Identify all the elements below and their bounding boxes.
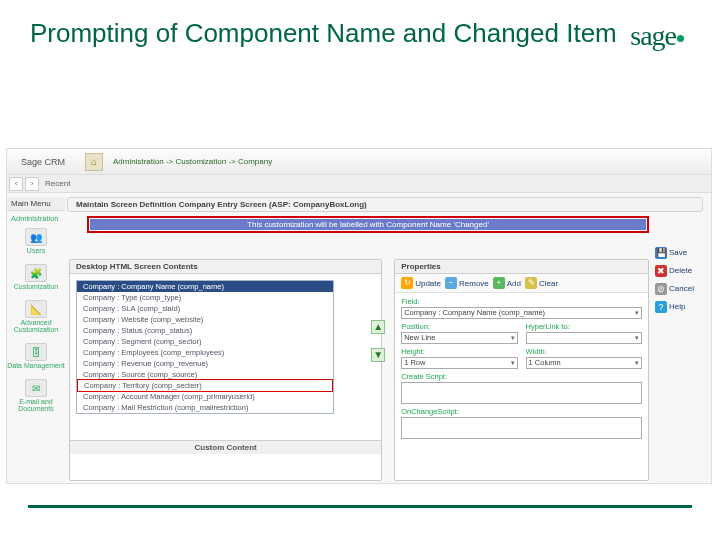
- save-label: Save: [669, 248, 687, 257]
- delete-label: Delete: [669, 266, 692, 275]
- brand-logo-dot: [677, 35, 684, 42]
- width-value: 1 Column: [529, 357, 561, 369]
- help-icon: ?: [655, 301, 667, 313]
- clear-icon: ✎: [525, 277, 537, 289]
- create-script-textarea[interactable]: [401, 382, 642, 404]
- sidebar-item[interactable]: ✉E-mail and Documents: [7, 375, 65, 418]
- update-icon: ↻: [401, 277, 413, 289]
- save-icon: 💾: [655, 247, 667, 259]
- sidebar-item-icon: ✉: [25, 379, 47, 397]
- cancel-button[interactable]: ⊘Cancel: [655, 281, 707, 299]
- sidebar-item-label: Advanced Customization: [7, 319, 65, 333]
- sidebar-item[interactable]: 🗄Data Management: [7, 339, 65, 375]
- field-label: Field:: [401, 297, 642, 306]
- notice-text: This customization will be labelled with…: [90, 219, 646, 230]
- remove-label: Remove: [459, 279, 489, 288]
- screen-contents-panel: Desktop HTML Screen Contents Company : C…: [69, 259, 382, 481]
- cancel-label: Cancel: [669, 284, 694, 293]
- back-button[interactable]: ‹: [9, 177, 23, 191]
- help-button[interactable]: ?Help: [655, 299, 707, 317]
- height-select[interactable]: 1 Row▾: [401, 357, 517, 369]
- list-item[interactable]: Company : Type (comp_type): [77, 292, 333, 303]
- update-button[interactable]: ↻Update: [401, 277, 441, 289]
- delete-button[interactable]: ✖Delete: [655, 263, 707, 281]
- sidebar-item-label: Users: [7, 247, 65, 254]
- list-item[interactable]: Company : Status (comp_status): [77, 325, 333, 336]
- save-button[interactable]: 💾Save: [655, 245, 707, 263]
- sidebar-item-icon: 🗄: [25, 343, 47, 361]
- hyperlink-select[interactable]: ▾: [526, 332, 642, 344]
- field-select[interactable]: Company : Company Name (comp_name)▾: [401, 307, 642, 319]
- properties-header: Properties: [395, 260, 648, 274]
- update-label: Update: [415, 279, 441, 288]
- content-area: Desktop HTML Screen Contents Company : C…: [69, 259, 649, 481]
- sidebar: Main Menu Administration 👥Users🧩Customiz…: [7, 197, 65, 483]
- create-script-label: Create Script:: [401, 372, 642, 381]
- breadcrumb[interactable]: Administration -> Customization -> Compa…: [113, 157, 272, 166]
- screen-contents-header: Desktop HTML Screen Contents: [70, 260, 381, 274]
- move-down-button[interactable]: ▼: [371, 348, 385, 362]
- action-rail: 💾Save ✖Delete ⊘Cancel ?Help: [655, 245, 707, 317]
- sidebar-group-administration: Administration: [7, 211, 65, 224]
- list-item[interactable]: Company : Company Name (comp_name): [77, 281, 333, 292]
- width-select[interactable]: 1 Column▾: [526, 357, 642, 369]
- field-list-wrap: Company : Company Name (comp_name)Compan…: [70, 274, 381, 420]
- onchange-script-textarea[interactable]: [401, 417, 642, 439]
- delete-icon: ✖: [655, 265, 667, 277]
- chevron-down-icon: ▾: [511, 332, 515, 344]
- position-value: New Line: [404, 332, 435, 344]
- field-list[interactable]: Company : Company Name (comp_name)Compan…: [76, 280, 334, 414]
- slide-title: Prompting of Component Name and Changed …: [0, 0, 720, 49]
- chevron-down-icon: ▾: [635, 332, 639, 344]
- list-item[interactable]: Company : SLA (comp_slaid): [77, 303, 333, 314]
- chevron-down-icon: ▾: [511, 357, 515, 369]
- list-item[interactable]: Company : Account Manager (comp_primaryu…: [77, 391, 333, 402]
- properties-panel: Properties ↻Update −Remove +Add ✎Clear F…: [394, 259, 649, 481]
- home-icon[interactable]: ⌂: [85, 153, 103, 171]
- width-label: Width:: [526, 347, 642, 356]
- list-item[interactable]: Company : Employees (comp_employees): [77, 347, 333, 358]
- chevron-down-icon: ▾: [635, 357, 639, 369]
- cancel-icon: ⊘: [655, 283, 667, 295]
- custom-content-header: Custom Content: [70, 440, 381, 454]
- properties-toolbar: ↻Update −Remove +Add ✎Clear: [395, 274, 648, 293]
- clear-label: Clear: [539, 279, 558, 288]
- list-item[interactable]: Company : Segment (comp_sector): [77, 336, 333, 347]
- add-icon: +: [493, 277, 505, 289]
- list-item[interactable]: Company : Mail Restriction (comp_mailres…: [77, 402, 333, 413]
- sidebar-item[interactable]: 👥Users: [7, 224, 65, 260]
- brand-logo: sage: [630, 20, 684, 52]
- sidebar-main-menu[interactable]: Main Menu: [7, 197, 65, 211]
- move-up-button[interactable]: ▲: [371, 320, 385, 334]
- add-button[interactable]: +Add: [493, 277, 521, 289]
- properties-form: Field: Company : Company Name (comp_name…: [395, 293, 648, 443]
- field-value: Company : Company Name (comp_name): [404, 307, 545, 319]
- hyperlink-label: HyperLink to:: [526, 322, 642, 331]
- add-label: Add: [507, 279, 521, 288]
- sidebar-item-icon: 📐: [25, 300, 47, 318]
- reorder-controls: ▲ ▼: [371, 320, 385, 362]
- list-item[interactable]: Company : Revenue (comp_revenue): [77, 358, 333, 369]
- page-title: Maintain Screen Definition Company Entry…: [67, 197, 703, 212]
- sidebar-item-label: Customization: [7, 283, 65, 290]
- sidebar-item-label: Data Management: [7, 362, 65, 369]
- brand-logo-text: sage: [630, 20, 676, 51]
- list-item[interactable]: Company : Website (comp_website): [77, 314, 333, 325]
- custom-content-area[interactable]: [70, 454, 381, 480]
- help-label: Help: [669, 302, 685, 311]
- recent-label[interactable]: Recent: [45, 179, 70, 188]
- sidebar-item-icon: 👥: [25, 228, 47, 246]
- sidebar-item-icon: 🧩: [25, 264, 47, 282]
- clear-button[interactable]: ✎Clear: [525, 277, 558, 289]
- sidebar-item[interactable]: 📐Advanced Customization: [7, 296, 65, 339]
- app-brand: Sage CRM: [7, 157, 79, 167]
- onchange-script-label: OnChangeScript:: [401, 407, 642, 416]
- height-value: 1 Row: [404, 357, 425, 369]
- recent-bar: ‹ › Recent: [7, 175, 711, 193]
- position-select[interactable]: New Line▾: [401, 332, 517, 344]
- remove-button[interactable]: −Remove: [445, 277, 489, 289]
- forward-button[interactable]: ›: [25, 177, 39, 191]
- sidebar-item[interactable]: 🧩Customization: [7, 260, 65, 296]
- remove-icon: −: [445, 277, 457, 289]
- chevron-down-icon: ▾: [635, 307, 639, 319]
